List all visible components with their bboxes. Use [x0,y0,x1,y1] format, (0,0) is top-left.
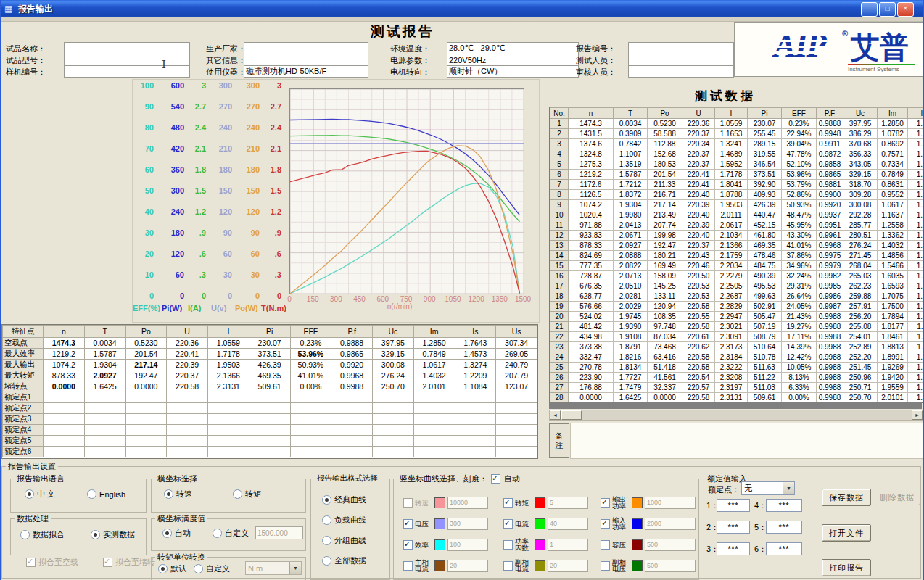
curve-checkbox[interactable] [503,540,513,550]
x-full-scale-radio-自定义[interactable]: 自定义 [213,528,249,539]
curve-checkbox[interactable] [601,540,610,550]
report-format-radio-分组曲线[interactable]: 分组曲线 [322,535,366,546]
report-no-input[interactable] [628,42,734,54]
curve-scale-input[interactable] [645,539,696,551]
delete-data-button[interactable]: 删除数据 [875,489,920,505]
curve-scale-input[interactable] [548,560,588,572]
curve-scale-input[interactable] [645,518,696,530]
feature-cell: 220.37 [167,370,208,381]
feature-row-label: 额定点4 [3,425,44,436]
rotation-direction-input[interactable] [447,65,579,78]
table-cell: 2.2034 [715,261,748,271]
feature-cell: 397.95 [373,338,414,349]
rated-value-input[interactable] [766,521,802,534]
scroll-thumb[interactable] [561,410,582,420]
prototype-no-input[interactable] [64,65,190,78]
power-params-input[interactable] [447,54,579,66]
feature-cell [455,436,496,447]
rated-value-input[interactable] [717,542,750,555]
scroll-left-icon[interactable]: ◄ [550,410,561,420]
remarks-input[interactable] [570,423,923,459]
curve-scale-input[interactable] [447,497,488,509]
curve-checkbox[interactable] [601,561,610,571]
y-scale-auto-checkbox[interactable] [491,474,500,484]
print-report-button[interactable]: 打印报告 [822,559,871,576]
torque-unit-select[interactable]: N.m ▼ [245,561,302,575]
curve-checkbox[interactable] [403,540,413,550]
x-axis-radio-转矩[interactable]: 转矩 [233,489,261,500]
x-full-scale-custom-input[interactable] [255,526,303,539]
curve-scale-input[interactable] [645,560,696,572]
data-header-row: No.nTPoUIPiEFFP.FUcImIs [550,108,924,119]
feature-header-cell: 特征点 [3,326,44,338]
curve-scale-input[interactable] [548,497,588,509]
close-button[interactable]: × [897,2,914,17]
curve-checkbox[interactable] [503,498,513,508]
maximize-button[interactable]: □ [879,2,896,17]
curve-checkbox[interactable] [503,519,513,529]
feature-header-cell: Uc [373,326,414,338]
curve-checkbox[interactable] [601,519,610,529]
reviewer-input[interactable] [628,65,734,78]
table-cell: 280.51 [843,231,878,241]
rated-value-input[interactable] [766,542,802,555]
sample-model-input[interactable] [64,54,190,66]
feature-cell: 2.0101 [413,381,455,392]
curve-checkbox[interactable] [403,561,413,571]
table-cell: 63.416 [648,352,682,362]
report-format-radio-全部数据[interactable]: 全部数据 [322,555,366,566]
language-radio-中 文[interactable]: 中 文 [25,489,55,500]
legend-item: Po(W) [235,304,258,312]
fit-checkbox-拟合至空载[interactable]: 拟合至空载 [26,557,78,568]
rated-input-label: 5： [754,522,767,533]
curve-label: 功率因数 [515,538,532,551]
data-process-radio-数据拟合[interactable]: 数据拟合 [20,529,65,540]
tester-input[interactable] [628,54,734,66]
torque-unit-radio-默认[interactable]: 默认 [158,563,186,574]
curve-checkbox[interactable] [403,519,413,529]
manufacturer-input[interactable] [244,42,368,54]
feature-cell [125,425,167,436]
instrument-input[interactable] [244,65,368,78]
curve-checkbox[interactable] [503,561,513,571]
table-cell: 0.9951 [817,220,843,231]
curve-scale-input[interactable] [548,518,588,530]
rated-point-label: 额定点： [708,484,740,495]
x-axis-radio-转速[interactable]: 转速 [164,489,192,500]
minimize-button[interactable]: _ [861,2,878,17]
ambient-temp-input[interactable] [447,42,579,54]
data-header-cell: Pi [748,108,782,119]
fit-checkbox-拟合至堵转[interactable]: 拟合至堵转 [103,557,155,568]
curve-color-swatch [632,497,643,508]
curve-scale-input[interactable] [447,518,488,530]
other-info-input[interactable] [244,54,368,66]
table-cell: 0.9888 [817,119,843,129]
rated-value-input[interactable] [766,499,802,512]
aip-logo: AIP ® 艾普 Instrument Systems [734,22,924,77]
data-table-scrollbar[interactable]: ◄ ► [549,410,923,420]
rated-value-input[interactable] [717,499,750,512]
curve-scale-input[interactable] [447,539,488,551]
rated-point-select[interactable]: 无 ▼ [741,481,795,495]
data-process-radio-实测数据[interactable]: 实测数据 [91,529,135,540]
curve-checkbox[interactable] [403,498,413,508]
curve-scale-input[interactable] [548,539,588,551]
save-data-button[interactable]: 保存数据 [822,489,871,506]
x-full-scale-radio-自动[interactable]: 自动 [162,528,191,539]
curve-scale-input[interactable] [447,560,488,572]
language-radio-English[interactable]: English [87,489,125,499]
scroll-right-icon[interactable]: ► [912,410,923,420]
rated-value-input[interactable] [717,521,750,534]
open-file-button[interactable]: 打开文件 [822,524,871,542]
table-cell: 0.9900 [817,190,843,200]
table-cell: 1.9980 [614,210,648,220]
report-format-radio-负载曲线[interactable]: 负载曲线 [322,515,366,526]
report-format-radio-经典曲线[interactable]: 经典曲线 [322,494,366,505]
table-cell: 285.77 [843,220,878,231]
sample-name-input[interactable] [64,42,190,54]
curve-scale-input[interactable] [645,497,696,509]
torque-unit-radio-自定义[interactable]: 自定义 [194,563,230,574]
axis-tick: 1.5 [187,186,206,195]
curve-checkbox[interactable] [601,498,610,508]
table-cell: 2.0671 [614,231,648,241]
